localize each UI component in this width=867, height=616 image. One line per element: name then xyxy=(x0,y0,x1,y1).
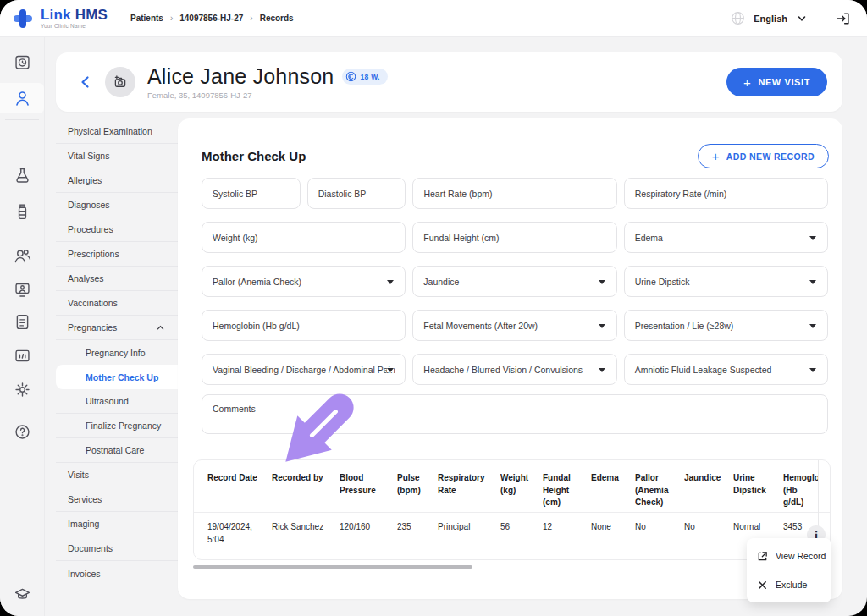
table-horizontal-scrollbar[interactable] xyxy=(193,565,472,569)
logout-icon[interactable] xyxy=(835,10,852,27)
add-new-record-button[interactable]: + ADD NEW RECORD xyxy=(698,144,829,168)
app-logo[interactable]: Link HMS Your Clinic Name xyxy=(12,8,122,30)
headache-vision-select[interactable]: Headache / Blurred Vision / Convulsions xyxy=(412,354,616,385)
comments-textarea[interactable]: Comments xyxy=(202,394,828,434)
fundal-height-input[interactable]: Fundal Height (cm) xyxy=(412,222,616,253)
patient-name: Alice Jane Johnson xyxy=(147,64,334,89)
pharmacy-icon[interactable] xyxy=(0,196,44,227)
nav-item-visits[interactable]: Visits xyxy=(56,463,178,487)
nav-item-documents[interactable]: Documents xyxy=(56,536,178,561)
amniotic-fluid-select[interactable]: Amniotic Fluid Leakage Suspected xyxy=(624,354,828,385)
nav-item-analyses[interactable]: Analyses xyxy=(56,267,178,291)
diastolic-bp-input[interactable]: Diastolic BP xyxy=(307,178,406,209)
cell-fundal-height: 12 xyxy=(543,521,591,560)
fetal-movements-select[interactable]: Fetal Movements (After 20w) xyxy=(412,310,616,341)
pregnancy-week-label: 18 W. xyxy=(360,73,379,81)
x-icon xyxy=(757,580,768,591)
nav-item-invoices[interactable]: Invoices xyxy=(56,561,178,586)
nav-item-services[interactable]: Services xyxy=(56,487,178,512)
education-icon[interactable] xyxy=(0,579,44,609)
edema-select[interactable]: Edema xyxy=(624,222,828,253)
col-hemoglobin: Hemoglobin (Hb g/dL) xyxy=(783,472,819,512)
col-fundal-height: Fundal Height (cm) xyxy=(543,472,591,512)
col-recorded-by: Recorded by xyxy=(272,472,340,512)
row-actions-menu: View Record Exclude xyxy=(747,538,831,602)
vaginal-bleeding-select[interactable]: Vaginal Bleeding / Discharge / Abdominal… xyxy=(202,354,406,385)
jaundice-select[interactable]: Jaundice xyxy=(412,266,616,297)
dropdown-arrow-icon xyxy=(387,368,394,372)
mother-checkup-panel: Mother Check Up + ADD NEW RECORD Systoli… xyxy=(178,118,842,599)
nav-item-physical-examination[interactable]: Physical Examination xyxy=(56,119,178,144)
dropdown-arrow-icon xyxy=(599,368,605,372)
kiosk-icon[interactable] xyxy=(0,274,44,305)
nav-item-procedures[interactable]: Procedures xyxy=(56,217,178,242)
heart-rate-input[interactable]: Heart Rate (bpm) xyxy=(412,178,616,209)
cell-weight: 56 xyxy=(500,521,543,560)
dropdown-arrow-icon xyxy=(387,280,394,284)
nav-item-imaging[interactable]: Imaging xyxy=(56,512,178,536)
col-jaundice: Jaundice xyxy=(684,472,733,512)
menu-item-exclude[interactable]: Exclude xyxy=(747,570,831,599)
breadcrumb-patients[interactable]: Patients xyxy=(130,14,163,23)
schedule-icon[interactable] xyxy=(0,47,44,77)
back-icon[interactable] xyxy=(78,74,93,90)
table-row[interactable]: 19/04/2024, 5:04 Rick Sanchez 120/160 23… xyxy=(194,513,830,560)
nav-item-postnatal-care[interactable]: Postnatal Care xyxy=(56,438,178,463)
urine-dipstick-select[interactable]: Urine Dipstick xyxy=(624,266,828,297)
settings-icon[interactable] xyxy=(0,374,44,404)
nav-item-allergies[interactable]: Allergies xyxy=(56,168,178,193)
cell-recorded-by: Rick Sanchez xyxy=(272,521,340,560)
cell-edema: None xyxy=(591,521,635,560)
staff-icon[interactable] xyxy=(0,240,44,271)
language-selector[interactable]: English xyxy=(754,14,787,24)
breadcrumb-separator: › xyxy=(170,14,173,23)
nav-item-diagnoses[interactable]: Diagnoses xyxy=(56,193,178,217)
nav-item-vaccinations[interactable]: Vaccinations xyxy=(56,291,178,316)
app-window: Link HMS Your Clinic Name Patients › 140… xyxy=(0,0,867,616)
patients-icon[interactable] xyxy=(0,83,44,113)
nav-item-pregnancy-info[interactable]: Pregnancy Info xyxy=(56,340,178,365)
patient-avatar[interactable] xyxy=(105,67,135,97)
nav-item-finalize-pregnancy[interactable]: Finalize Pregnancy xyxy=(56,414,178,438)
dropdown-arrow-icon xyxy=(809,280,816,284)
breadcrumb-patient-id[interactable]: 14097856-HJ-27 xyxy=(179,14,243,23)
brand-tagline: Your Clinic Name xyxy=(41,24,108,30)
panel-title: Mother Check Up xyxy=(202,149,306,163)
logo-cross-icon xyxy=(12,8,34,30)
dropdown-arrow-icon xyxy=(809,324,816,328)
systolic-bp-input[interactable]: Systolic BP xyxy=(202,178,301,209)
documents-icon[interactable] xyxy=(0,306,44,337)
plus-icon: + xyxy=(743,76,751,89)
nav-item-pregnancies[interactable]: Pregnancies xyxy=(56,316,178,340)
pallor-select[interactable]: Pallor (Anemia Check) xyxy=(202,266,406,297)
new-visit-button[interactable]: + NEW VISIT xyxy=(726,68,827,96)
menu-item-view-record[interactable]: View Record xyxy=(747,542,831,570)
icon-rail xyxy=(0,37,45,616)
help-icon[interactable] xyxy=(0,416,44,447)
weight-input[interactable]: Weight (kg) xyxy=(202,222,406,253)
col-urine-dipstick: Urine Dipstick xyxy=(733,472,783,512)
dropdown-arrow-icon xyxy=(599,280,605,284)
pregnancy-week-badge: 18 W. xyxy=(342,69,387,85)
col-respiratory-rate: Respiratory Rate xyxy=(438,472,500,512)
chevron-down-icon[interactable] xyxy=(798,14,806,23)
hemoglobin-input[interactable]: Hemoglobin (Hb g/dL) xyxy=(202,310,406,341)
lab-icon[interactable] xyxy=(0,160,44,190)
billing-icon[interactable] xyxy=(0,340,44,371)
dropdown-arrow-icon xyxy=(809,236,816,240)
col-pulse: Pulse (bpm) xyxy=(397,472,438,512)
presentation-lie-select[interactable]: Presentation / Lie (≥28w) xyxy=(624,310,828,341)
nav-item-ultrasound[interactable]: Ultrasound xyxy=(56,389,178,414)
open-external-icon xyxy=(757,551,768,562)
record-nav: Physical Examination Vital Signs Allergi… xyxy=(56,119,178,586)
nav-item-vital-signs[interactable]: Vital Signs xyxy=(56,144,178,168)
plus-icon: + xyxy=(712,150,720,162)
col-edema: Edema xyxy=(591,472,635,512)
nav-item-mother-check-up[interactable]: Mother Check Up xyxy=(56,365,179,389)
dropdown-arrow-icon xyxy=(809,368,816,372)
chevron-up-icon xyxy=(157,324,164,332)
respiratory-rate-input[interactable]: Respiratory Rate (/min) xyxy=(624,178,828,209)
records-table: Record Date Recorded by Blood Pressure P… xyxy=(193,459,831,560)
breadcrumb-records: Records xyxy=(260,14,294,23)
nav-item-prescriptions[interactable]: Prescriptions xyxy=(56,242,178,267)
